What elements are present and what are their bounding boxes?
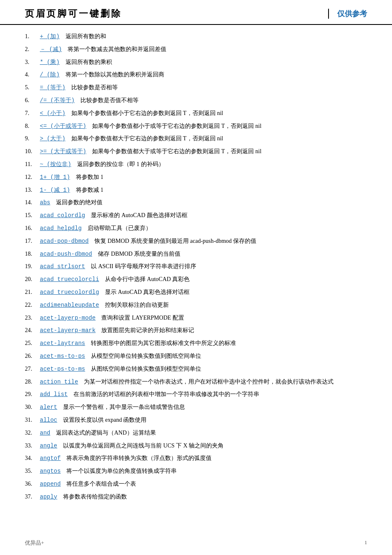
item-body: / (除) 将第一个数除以其他数的乘积并返回商 [40, 70, 367, 80]
func-link[interactable]: / (除) [40, 71, 60, 78]
item-body: － (减) 将第一个数减去其他数的和并返回差值 [40, 44, 367, 55]
func-link[interactable]: 1+ (增 1) [40, 174, 70, 181]
item-number: 19. [25, 262, 40, 271]
item-desc: 显示 AutoCAD 真彩色选择对话框 [99, 289, 190, 295]
item-body: /= (不等于) 比较参数是否值不相等 [40, 95, 367, 106]
item-body: angle 以弧度为单位返回两点之间连线与当前 UCS 下 X 轴之间的夹角 [40, 441, 367, 451]
list-item: 30.alert 显示一个警告框，其中显示一条出错或警告信息 [25, 402, 367, 413]
func-link[interactable]: = (等于) [40, 84, 66, 91]
func-link[interactable]: acet-ms-to-ps [40, 353, 85, 359]
item-body: 1+ (增 1) 将参数加 1 [40, 172, 367, 183]
footer-right: 1 [365, 539, 368, 547]
func-link[interactable]: > (大于) [40, 135, 66, 142]
item-number: 2. [25, 44, 40, 54]
item-desc: 为某一对话框控件指定一个动作表达式，用户在对话框中选中这个控件时，就会执行该动作… [78, 379, 334, 385]
footer-left: 优异品+ [25, 539, 44, 547]
item-number: 6. [25, 95, 40, 105]
item-desc: 从命令行中选择 AutoCAD 真彩色 [99, 276, 190, 282]
func-link[interactable]: >= (大于或等于) [40, 148, 86, 155]
item-body: acad_helpdlg 启动帮助工具（已废弃） [40, 223, 367, 234]
item-number: 14. [25, 198, 40, 208]
item-number: 11. [25, 159, 40, 169]
func-link[interactable]: action_tile [40, 379, 78, 385]
item-desc: 将第一个数减去其他数的和并返回差值 [62, 46, 166, 52]
item-number: 10. [25, 147, 40, 156]
func-link[interactable]: － (减) [40, 46, 62, 53]
item-desc: 返回参数的按位非（即 1 的补码） [71, 161, 164, 167]
func-link[interactable]: angle [40, 443, 57, 449]
item-desc: 将表示角度的字符串转换为实数（浮点数）形式的弧度值 [61, 455, 212, 461]
func-link[interactable]: acad-pop-dbmod [40, 238, 89, 244]
item-desc: 在当前激活的对话框的列表框中增加一个字符串或修改其中的一个字符串 [68, 391, 259, 397]
func-link[interactable]: add_list [40, 391, 68, 398]
list-item: 7.< (小于) 如果每个参数值都小于它右边的参数则返回 T，否则返回 nil [25, 108, 367, 119]
func-link[interactable]: acet-ps-to-ms [40, 366, 85, 372]
item-desc: 将一个以弧度为单位的角度值转换成字符串 [61, 468, 177, 474]
item-desc: 返回所有数的乘积 [60, 59, 112, 65]
func-link[interactable]: acet-laytrans [40, 340, 85, 347]
content: 1.+ (加) 返回所有数的和2.－ (减) 将第一个数减去其他数的和并返回差值… [0, 32, 392, 521]
list-item: 11.~ (按位非) 返回参数的按位非（即 1 的补码） [25, 159, 367, 170]
func-link[interactable]: acad_truecolordlg [40, 289, 99, 296]
func-link[interactable]: and [40, 430, 50, 436]
item-number: 34. [25, 453, 40, 463]
item-desc: 比较参数是否相等 [66, 84, 118, 90]
func-link[interactable]: angtof [40, 455, 61, 462]
item-number: 29. [25, 389, 40, 399]
item-desc: 启动帮助工具（已废弃） [82, 225, 151, 231]
func-link[interactable]: abs [40, 199, 50, 206]
list-item: 33.angle 以弧度为单位返回两点之间连线与当前 UCS 下 X 轴之间的夹… [25, 441, 367, 451]
func-link[interactable]: * (乘) [40, 59, 60, 66]
item-desc: 将参数加 1 [70, 174, 104, 180]
func-link[interactable]: 1- (减 1) [40, 187, 70, 193]
item-desc: 以 ASCII 码字母顺序对字符串表进行排序 [85, 263, 196, 269]
list-item: 8.<= (小于或等于) 如果每个参数值都小于或等于它右边的参数则返回 T，否则… [25, 121, 367, 132]
list-item: 28.action_tile 为某一对话框控件指定一个动作表达式，用户在对话框中… [25, 377, 367, 387]
func-link[interactable]: acdimenableupdate [40, 302, 99, 308]
item-body: > (大于) 如果每个参数值都大于它右边的参数则返回 T，否则返回 nil [40, 134, 367, 144]
item-body: abs 返回参数的绝对值 [40, 198, 367, 208]
item-desc: 比较参数是否值不相等 [75, 97, 139, 103]
list-item: 6./= (不等于) 比较参数是否值不相等 [25, 95, 367, 106]
func-link[interactable]: < (小于) [40, 110, 66, 117]
list-item: 21.acad_truecolordlg 显示 AutoCAD 真彩色选择对话框 [25, 287, 367, 298]
item-number: 35. [25, 466, 40, 476]
list-item: 31.alloc 设置段长度以供 expand 函数使用 [25, 415, 367, 425]
list-item: 2.－ (减) 将第一个数减去其他数的和并返回差值 [25, 44, 367, 55]
item-desc: 显示标准的 AutoCAD 颜色选择对话框 [85, 212, 187, 218]
item-desc: 如果每个参数值都大于或等于它右边的参数则返回 T，否则返回 nil [86, 148, 261, 154]
func-link[interactable]: acad_colordlg [40, 212, 85, 219]
func-link[interactable]: acad-push-dbmod [40, 251, 92, 257]
item-body: acad_colordlg 显示标准的 AutoCAD 颜色选择对话框 [40, 210, 367, 221]
func-link[interactable]: apply [40, 494, 57, 500]
func-link[interactable]: acad_strlsort [40, 263, 85, 270]
item-body: acad_truecolordlg 显示 AutoCAD 真彩色选择对话框 [40, 287, 367, 298]
item-desc: 将任意多个表组合成一个表 [61, 481, 136, 487]
item-desc: 将参数减 1 [70, 187, 104, 193]
func-link[interactable]: ~ (按位非) [40, 161, 71, 168]
item-body: add_list 在当前激活的对话框的列表框中增加一个字符串或修改其中的一个字符… [40, 389, 367, 400]
item-desc: 放置图层先前记录的开始和结束标记 [95, 327, 194, 333]
item-number: 15. [25, 210, 40, 220]
item-body: ~ (按位非) 返回参数的按位非（即 1 的补码） [40, 159, 367, 170]
func-link[interactable]: + (加) [40, 33, 60, 40]
func-link[interactable]: acad_truecolorcli [40, 276, 99, 283]
func-link[interactable]: acet-layerp-mode [40, 315, 95, 321]
func-link[interactable]: angtos [40, 468, 61, 474]
item-body: append 将任意多个表组合成一个表 [40, 479, 367, 489]
func-link[interactable]: append [40, 481, 61, 487]
item-number: 27. [25, 364, 40, 374]
func-link[interactable]: acet-layerp-mark [40, 327, 95, 334]
func-link[interactable]: alloc [40, 417, 57, 423]
item-desc: 从模型空间单位转换实数值到图纸空间单位 [85, 353, 201, 359]
func-link[interactable]: <= (小于或等于) [40, 123, 86, 130]
list-item: 13.1- (减 1) 将参数减 1 [25, 185, 367, 196]
list-item: 4./ (除) 将第一个数除以其他数的乘积并返回商 [25, 70, 367, 80]
func-link[interactable]: alert [40, 404, 57, 411]
func-link[interactable]: acad_helpdlg [40, 225, 82, 232]
list-item: 15.acad_colordlg 显示标准的 AutoCAD 颜色选择对话框 [25, 210, 367, 221]
item-number: 37. [25, 492, 40, 502]
item-number: 23. [25, 313, 40, 323]
item-desc: 显示一个警告框，其中显示一条出错或警告信息 [57, 404, 185, 410]
func-link[interactable]: /= (不等于) [40, 97, 75, 104]
